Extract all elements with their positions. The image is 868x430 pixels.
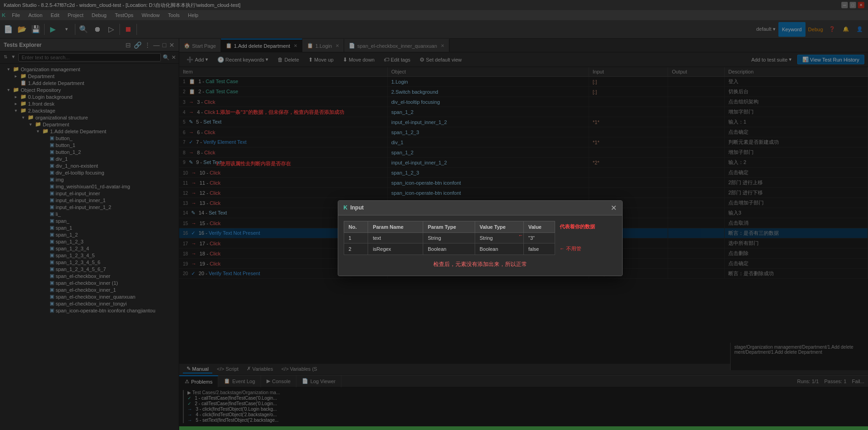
- cell-param-name-2: isRegex: [368, 243, 423, 255]
- modal-overlay: K Input ✕ No. Param Name Param Type Valu…: [0, 0, 868, 430]
- cell-value-type-2: Boolean: [475, 243, 523, 255]
- cell-annotation-2: ← 不用管: [555, 243, 616, 255]
- cell-param-type-1: String: [423, 232, 475, 243]
- cell-no-1: 1: [344, 232, 368, 243]
- col-no: No.: [344, 221, 368, 232]
- cell-value-type-1: String: [475, 232, 523, 243]
- cell-value-2: false: [523, 243, 555, 255]
- cell-param-type-2: Boolean: [423, 243, 475, 255]
- col-annotation-header: 代表着你的数据: [555, 221, 616, 232]
- modal-row-2: 2 isRegex Boolean Boolean false ← 不用管: [344, 243, 616, 255]
- cell-no-2: 2: [344, 243, 368, 255]
- col-param-type: Param Type: [423, 221, 475, 232]
- col-value-type: Value Type: [475, 221, 523, 232]
- modal-title: K Input: [344, 204, 364, 211]
- modal-row-1: 1 text String String "3" ←: [344, 232, 616, 243]
- input-modal: K Input ✕ No. Param Name Param Type Valu…: [338, 200, 623, 276]
- cell-param-name-1: text: [368, 232, 423, 243]
- cell-value-1: "3": [523, 232, 555, 243]
- modal-close-button[interactable]: ✕: [611, 204, 617, 212]
- modal-param-table: No. Param Name Param Type Value Type Val…: [344, 221, 617, 255]
- modal-header: K Input ✕: [338, 201, 622, 215]
- cell-annotation-1: ←: [555, 232, 616, 243]
- modal-k-icon: K: [344, 204, 348, 211]
- modal-annotation-3: 检查后，元素没有添加出来，所以正常: [344, 255, 617, 270]
- col-param-name: Param Name: [368, 221, 423, 232]
- arrow-annotation-1: ←: [518, 232, 523, 238]
- modal-body: No. Param Name Param Type Value Type Val…: [338, 215, 622, 276]
- col-value: Value: [523, 221, 555, 232]
